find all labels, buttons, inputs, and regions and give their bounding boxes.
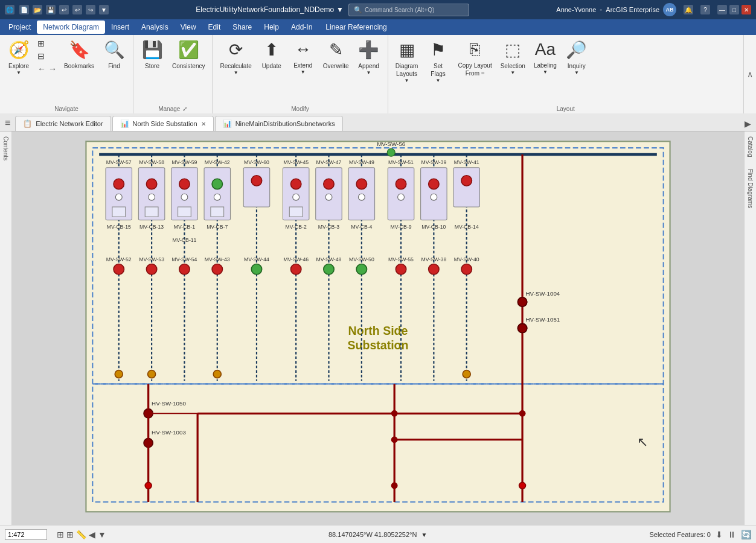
command-search[interactable]: 🔍 Command Search (Alt+Q) — [348, 4, 469, 16]
user-avatar[interactable]: AB — [663, 3, 676, 16]
selection-button[interactable]: ⬚ Selection ▼ — [497, 37, 529, 78]
labeling-button[interactable]: Aa Labeling ▼ — [530, 37, 560, 77]
more-icon[interactable]: ▼ — [99, 5, 109, 14]
svg-text:MV-SW-46: MV-SW-46 — [283, 256, 309, 262]
redo-icon[interactable]: ↪ — [86, 5, 95, 14]
svg-point-68 — [429, 179, 439, 189]
catalog-label[interactable]: Catalog — [747, 136, 754, 157]
overwrite-button[interactable]: ✎ Overwrite — [319, 37, 353, 72]
tab-north-close[interactable]: ✕ — [201, 121, 206, 127]
consistency-label: Consistency — [172, 62, 205, 70]
ribbon-collapse-button[interactable]: ∧ — [744, 35, 756, 113]
navigate-group: 🧭 Explore ▼ ⊞ ⊟ ← → 🔖 Bookmarks — [0, 35, 133, 113]
explore-dropdown[interactable]: ▼ — [16, 70, 21, 75]
user-info: Anne-Yvonne - ArcGIS Enterprise AB — [556, 3, 676, 16]
explore-icon: 🧭 — [8, 40, 30, 60]
append-button[interactable]: ➕ Append ▼ — [354, 37, 384, 78]
open-icon[interactable]: 📂 — [33, 5, 42, 14]
zoom-out-button[interactable]: ⊟ — [35, 50, 59, 62]
menu-project[interactable]: Project — [2, 21, 37, 34]
svg-point-56 — [356, 179, 367, 189]
explore-button[interactable]: 🧭 Explore ▼ — [4, 37, 34, 78]
tab-nine-label: NineMainDistributionSubnetworks — [235, 120, 335, 127]
inquiry-dropdown[interactable]: ▼ — [574, 70, 579, 75]
undo-arrow-icon[interactable]: ↩ — [72, 5, 82, 14]
find-diagrams-label[interactable]: Find Diagrams — [747, 169, 754, 208]
prev-extent-icon[interactable]: ◀ — [89, 530, 95, 539]
manage-group: 💾 Store ✅ Consistency Manage ⤢ — [133, 35, 213, 113]
contents-label[interactable]: Contents — [2, 136, 9, 160]
filename-dropdown[interactable]: ▼ — [336, 5, 344, 14]
svg-point-10 — [114, 179, 124, 189]
svg-text:MV-CB-3: MV-CB-3 — [318, 224, 339, 230]
append-dropdown[interactable]: ▼ — [367, 70, 371, 75]
coordinates-dropdown[interactable]: ▼ — [421, 532, 427, 538]
close-button[interactable]: ✕ — [742, 5, 751, 14]
arrow-right-icon: → — [48, 64, 57, 74]
bookmarks-button[interactable]: 🔖 Bookmarks — [60, 37, 98, 72]
svg-point-82 — [179, 264, 190, 275]
canvas-area[interactable]: North Side Substation MV-SW-56 MV-SW-57 … — [12, 132, 744, 525]
svg-text:MV-SW-54: MV-SW-54 — [172, 256, 197, 262]
diagram-layouts-button[interactable]: ▦ DiagramLayouts ▼ — [392, 37, 422, 86]
pause-icon[interactable]: ⏸ — [728, 530, 736, 539]
linear-referencing-button[interactable]: Linear Referencing — [318, 21, 394, 34]
menu-network-diagram[interactable]: Network Diagram — [37, 21, 105, 34]
scale-input[interactable] — [5, 529, 47, 540]
minimize-button[interactable]: — — [717, 5, 727, 14]
diagram-layouts-dropdown[interactable]: ▼ — [405, 78, 409, 83]
selection-dropdown[interactable]: ▼ — [510, 70, 515, 75]
undo-icon[interactable]: ↩ — [59, 5, 69, 14]
measure-icon[interactable]: 📏 — [76, 530, 86, 539]
pan-left-button[interactable]: ← → — [35, 63, 59, 75]
sync-icon[interactable]: 🔄 — [741, 530, 751, 539]
zoom-to-layer-icon[interactable]: ⊞ — [57, 530, 64, 539]
tab-nine-main[interactable]: 📊 NineMainDistributionSubnetworks — [215, 116, 343, 131]
extend-dropdown[interactable]: ▼ — [301, 69, 306, 75]
user-initials: AB — [666, 7, 674, 13]
expand-down-icon[interactable]: ⬇ — [716, 530, 723, 539]
zoom-in-button[interactable]: ⊞ — [35, 37, 59, 49]
titlebar-left: 🌐 📄 📂 💾 ↩ ↩ ↪ ▼ — [5, 5, 109, 14]
set-flags-dropdown[interactable]: ▼ — [436, 78, 441, 83]
menu-view[interactable]: View — [175, 21, 202, 34]
svg-point-74 — [461, 176, 472, 186]
save-icon[interactable]: 💾 — [46, 5, 56, 14]
set-flags-button[interactable]: ⚑ SetFlags ▼ — [423, 37, 453, 86]
manage-expand[interactable]: ⤢ — [182, 106, 187, 112]
labeling-dropdown[interactable]: ▼ — [543, 69, 548, 75]
svg-text:MV-SW-44: MV-SW-44 — [244, 256, 269, 262]
svg-point-101 — [213, 370, 221, 378]
recalculate-dropdown[interactable]: ▼ — [234, 70, 239, 75]
maximize-button[interactable]: □ — [729, 5, 739, 14]
modify-group: ⟳ Recalculate ▼ ⬆ Update ↔ Extend ▼ ✎ Ov… — [213, 35, 388, 113]
recalculate-button[interactable]: ⟳ Recalculate ▼ — [216, 37, 255, 78]
copy-layout-button[interactable]: ⎘ Copy LayoutFrom = — [455, 37, 496, 80]
tab-scroll-right[interactable]: ▶ — [742, 116, 754, 131]
help-icon[interactable]: ? — [700, 5, 710, 14]
store-button[interactable]: 💾 Store — [137, 37, 167, 72]
svg-point-84 — [212, 264, 222, 275]
svg-text:MV-CB-11: MV-CB-11 — [172, 237, 196, 243]
more-icon[interactable]: ▼ — [98, 530, 106, 539]
menu-help[interactable]: Help — [258, 21, 285, 34]
tabs-menu-icon[interactable]: ≡ — [2, 115, 13, 131]
extend-button[interactable]: ↔ Extend ▼ — [288, 37, 318, 77]
tab-electric-network[interactable]: 📋 Electric Network Editor — [15, 116, 111, 131]
tab-north-side[interactable]: 📊 North Side Substation ✕ — [112, 116, 214, 131]
menu-analysis[interactable]: Analysis — [135, 21, 175, 34]
update-button[interactable]: ⬆ Update — [257, 37, 287, 72]
svg-point-57 — [358, 194, 365, 200]
find-button[interactable]: 🔍 Find — [99, 37, 129, 72]
menu-addin[interactable]: Add-In — [285, 21, 318, 34]
notification-icon[interactable]: 🔔 — [684, 5, 693, 14]
consistency-button[interactable]: ✅ Consistency — [168, 37, 208, 72]
extend-icon: ↔ — [295, 40, 312, 59]
grid-icon[interactable]: ⊞ — [66, 530, 74, 539]
inquiry-button[interactable]: 🔎 Inquiry ▼ — [562, 37, 592, 78]
menu-insert[interactable]: Insert — [105, 21, 135, 34]
new-icon[interactable]: 📄 — [19, 5, 29, 14]
labeling-label: Labeling — [534, 62, 557, 69]
menu-share[interactable]: Share — [226, 21, 258, 34]
menu-edit[interactable]: Edit — [202, 21, 227, 34]
